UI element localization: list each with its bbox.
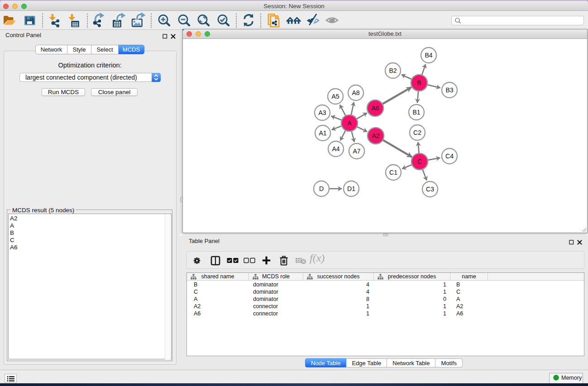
svg-text:D1: D1 [347,185,355,192]
svg-text:A3: A3 [318,109,326,116]
svg-text:A7: A7 [353,148,360,155]
svg-text:B3: B3 [445,86,453,94]
svg-text:C4: C4 [445,152,454,160]
svg-text:C: C [417,158,422,165]
svg-text:C2: C2 [413,129,421,136]
svg-text:A: A [347,119,352,127]
svg-text:A5: A5 [331,93,339,100]
svg-text:A4: A4 [332,145,339,152]
svg-text:A8: A8 [352,89,359,96]
svg-text:D: D [319,185,324,192]
svg-text:A6: A6 [371,105,379,112]
svg-text:A2: A2 [372,132,379,139]
svg-text:B: B [417,79,421,86]
svg-text:C1: C1 [389,169,397,176]
svg-text:C3: C3 [426,186,434,193]
svg-text:B1: B1 [412,109,420,116]
svg-text:B4: B4 [425,52,432,59]
svg-text:A1: A1 [319,129,326,137]
svg-text:B2: B2 [389,67,397,74]
